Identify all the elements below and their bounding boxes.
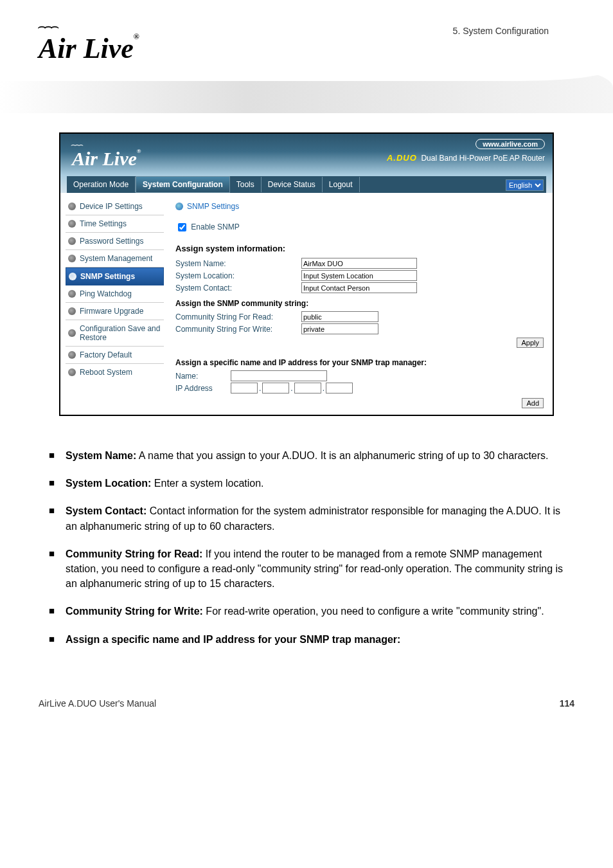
- bullet-system-contact: System Contact: Contact information for …: [54, 503, 568, 533]
- bullet-trap-manager: Assign a specific name and IP address fo…: [54, 632, 568, 647]
- bullet-icon: [68, 203, 76, 210]
- footer-manual-title: AirLive A.DUO User's Manual: [39, 698, 156, 709]
- bullet-icon: [68, 255, 76, 262]
- sidebar-item-time[interactable]: Time Settings: [66, 215, 164, 233]
- assign-system-heading: Assign system information:: [175, 244, 544, 257]
- bullet-icon: [68, 307, 76, 315]
- bullet-icon: [68, 351, 76, 359]
- chapter-label: 5. System Configuration: [453, 19, 574, 36]
- system-contact-input[interactable]: [301, 282, 417, 293]
- system-location-input[interactable]: [301, 270, 417, 281]
- community-read-label: Community String For Read:: [175, 312, 298, 321]
- system-location-label: System Location:: [175, 271, 298, 280]
- trap-manager-heading: Assign a specific name and IP address fo…: [175, 353, 544, 370]
- apply-button[interactable]: Apply: [517, 338, 544, 348]
- ip-octet-1-input[interactable]: [231, 383, 258, 393]
- community-string-heading: Assign the SNMP community string:: [175, 294, 544, 311]
- add-button[interactable]: Add: [522, 398, 544, 408]
- bullet-system-name: System Name: A name that you assign to y…: [54, 448, 568, 463]
- sidebar-item-firmware[interactable]: Firmware Upgrade: [66, 303, 164, 320]
- trap-name-label: Name:: [175, 372, 227, 381]
- bullet-community-read: Community String for Read: If you intend…: [54, 547, 568, 592]
- bullet-icon: [175, 203, 183, 210]
- content-title: SNMP Settings: [175, 199, 544, 220]
- sidebar-item-password[interactable]: Password Settings: [66, 233, 164, 250]
- bullet-icon: [68, 329, 76, 337]
- screenshot-frame: ⌢⌢⌢ Air Live® www.airlive.com A.DUO Dual…: [59, 132, 554, 416]
- bullet-icon: [68, 237, 76, 245]
- doc-logo: ⌢⌢⌢ Air Live®: [39, 19, 139, 65]
- nav-device-status[interactable]: Device Status: [262, 177, 323, 192]
- bullet-icon: [69, 273, 76, 280]
- language-select[interactable]: English: [506, 179, 544, 191]
- sidebar-item-reboot[interactable]: Reboot System: [66, 364, 164, 381]
- sidebar-item-factory-default[interactable]: Factory Default: [66, 347, 164, 364]
- ip-octet-3-input[interactable]: [294, 383, 321, 393]
- page-number: 114: [560, 698, 574, 709]
- bullet-icon: [68, 368, 76, 376]
- bullet-icon: [68, 220, 76, 228]
- ip-octet-4-input[interactable]: [326, 383, 353, 393]
- trap-name-input[interactable]: [231, 370, 327, 381]
- community-read-input[interactable]: [301, 311, 378, 322]
- sidebar-item-ping-watchdog[interactable]: Ping Watchdog: [66, 285, 164, 303]
- enable-snmp-label: Enable SNMP: [191, 222, 239, 231]
- nav-system-configuration[interactable]: System Configuration: [136, 176, 230, 193]
- nav-logout[interactable]: Logout: [323, 177, 360, 192]
- header-divider: [0, 68, 613, 113]
- sidebar-item-config-save[interactable]: Configuration Save and Restore: [66, 320, 164, 347]
- system-contact-label: System Contact:: [175, 284, 298, 293]
- site-url-pill[interactable]: www.airlive.com: [475, 139, 545, 149]
- bullet-icon: [68, 290, 76, 298]
- system-name-label: System Name:: [175, 259, 298, 268]
- bullet-community-write: Community String for Write: For read-wri…: [54, 604, 568, 619]
- system-name-input[interactable]: [301, 258, 417, 269]
- community-write-input[interactable]: [301, 323, 378, 334]
- nav-tools[interactable]: Tools: [230, 177, 262, 192]
- sidebar-item-system-management[interactable]: System Management: [66, 250, 164, 267]
- ip-octet-2-input[interactable]: [262, 383, 289, 393]
- nav-operation-mode[interactable]: Operation Mode: [67, 177, 136, 192]
- community-write-label: Community String For Write:: [175, 325, 298, 334]
- sidebar-item-snmp[interactable]: SNMP Settings: [66, 267, 164, 285]
- trap-ip-label: IP Address: [175, 384, 227, 393]
- enable-snmp-checkbox[interactable]: [178, 223, 186, 231]
- sidebar-item-device-ip[interactable]: Device IP Settings: [66, 198, 164, 215]
- product-tagline: A.DUO Dual Band Hi-Power PoE AP Router: [387, 153, 545, 163]
- bullet-system-location: System Location: Enter a system location…: [54, 476, 568, 491]
